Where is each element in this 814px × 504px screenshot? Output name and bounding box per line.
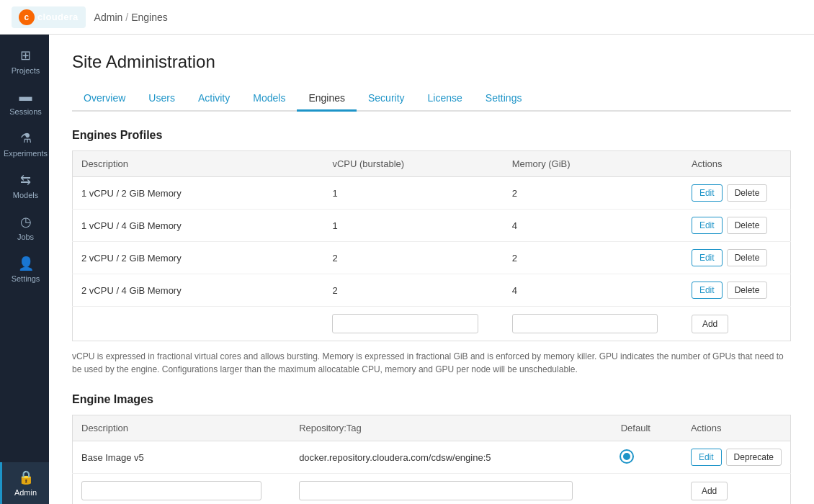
jobs-icon: ◷ (20, 214, 32, 230)
edit-profile-button[interactable]: Edit (692, 217, 723, 234)
engines-profiles-info: vCPU is expressed in fractional virtual … (72, 350, 791, 376)
new-image-add-cell: Add (682, 474, 791, 505)
new-profile-mem-cell (504, 307, 683, 341)
new-memory-input[interactable] (512, 314, 658, 333)
top-nav: c cloudera Admin / Engines (0, 0, 814, 35)
profile-description: 2 vCPU / 2 GiB Memory (73, 242, 324, 274)
image-repo-tag: docker.repository.cloudera.com/cdsw/engi… (290, 441, 612, 474)
add-profile-row: Add (73, 307, 791, 341)
sidebar-item-experiments[interactable]: ⚗ Experiments (0, 123, 49, 165)
cloudera-icon: c (19, 9, 35, 25)
main-content: Site Administration Overview Users Activ… (49, 35, 814, 504)
delete-profile-button[interactable]: Delete (727, 184, 768, 202)
add-profile-button[interactable]: Add (692, 315, 728, 333)
sessions-icon: ▬ (19, 89, 32, 104)
sidebar-item-projects[interactable]: ⊞ Projects (0, 40, 49, 82)
new-image-desc-input[interactable] (81, 481, 261, 500)
profile-vcpu: 1 (323, 210, 503, 242)
tab-overview[interactable]: Overview (72, 86, 137, 112)
deprecate-image-button[interactable]: Deprecate (726, 449, 782, 466)
col-header-actions: Actions (683, 151, 791, 177)
col-header-repo-tag: Repository:Tag (290, 415, 612, 441)
new-profile-desc-cell (73, 307, 324, 341)
app-body: ⊞ Projects ▬ Sessions ⚗ Experiments ⇆ Mo… (0, 35, 814, 504)
add-image-row: Add (73, 474, 791, 505)
breadcrumb-admin[interactable]: Admin (94, 12, 123, 23)
sidebar-label-sessions: Sessions (9, 107, 42, 116)
new-profile-vcpu-cell (323, 307, 503, 341)
admin-icon: 🔒 (18, 469, 34, 485)
sidebar-item-admin[interactable]: 🔒 Admin (0, 462, 49, 504)
delete-profile-button[interactable]: Delete (727, 249, 768, 266)
tabs: Overview Users Activity Models Engines S… (72, 86, 791, 112)
breadcrumb-separator: / (125, 12, 128, 23)
edit-image-button[interactable]: Edit (691, 449, 722, 466)
profile-vcpu: 2 (323, 242, 503, 274)
edit-profile-button[interactable]: Edit (692, 249, 723, 266)
table-row: 1 vCPU / 4 GiB Memory 1 4 Edit Delete (73, 210, 791, 242)
sidebar: ⊞ Projects ▬ Sessions ⚗ Experiments ⇆ Mo… (0, 35, 49, 504)
engines-profiles-title: Engines Profiles (72, 129, 791, 142)
col-header-img-actions: Actions (682, 415, 791, 441)
image-actions: Edit Deprecate (682, 441, 791, 474)
tab-security[interactable]: Security (357, 86, 416, 112)
experiments-icon: ⚗ (20, 130, 32, 146)
sidebar-label-settings: Settings (12, 274, 40, 283)
models-icon: ⇆ (20, 172, 31, 188)
profile-memory: 4 (504, 210, 683, 242)
sidebar-label-admin: Admin (14, 488, 37, 497)
image-default (612, 441, 682, 474)
profile-vcpu: 1 (323, 177, 503, 210)
profile-memory: 4 (504, 274, 683, 307)
engines-profiles-table: Description vCPU (burstable) Memory (GiB… (72, 150, 791, 341)
sidebar-label-experiments: Experiments (4, 149, 48, 158)
default-radio[interactable] (621, 451, 632, 462)
brand-logo: c cloudera (12, 6, 86, 28)
tab-users[interactable]: Users (137, 86, 187, 112)
col-header-default: Default (612, 415, 682, 441)
image-description: Base Image v5 (73, 441, 291, 474)
breadcrumb: Admin / Engines (94, 12, 168, 23)
sidebar-item-sessions[interactable]: ▬ Sessions (0, 82, 49, 123)
profile-description: 1 vCPU / 2 GiB Memory (73, 177, 324, 210)
col-header-description: Description (73, 151, 324, 177)
profile-actions: Edit Delete (683, 177, 791, 210)
table-row: 1 vCPU / 2 GiB Memory 1 2 Edit Delete (73, 177, 791, 210)
new-profile-add-cell: Add (683, 307, 791, 341)
sidebar-label-jobs: Jobs (17, 233, 34, 241)
new-image-repo-input[interactable] (299, 481, 573, 500)
table-row: 2 vCPU / 2 GiB Memory 2 2 Edit Delete (73, 242, 791, 274)
table-row: 2 vCPU / 4 GiB Memory 2 4 Edit Delete (73, 274, 791, 307)
edit-profile-button[interactable]: Edit (692, 184, 723, 202)
sidebar-label-projects: Projects (12, 66, 40, 75)
delete-profile-button[interactable]: Delete (727, 217, 768, 234)
edit-profile-button[interactable]: Edit (692, 282, 723, 299)
tab-license[interactable]: License (416, 86, 474, 112)
table-row: Base Image v5 docker.repository.cloudera… (73, 441, 791, 474)
profile-memory: 2 (504, 242, 683, 274)
engine-images-title: Engine Images (72, 393, 791, 406)
page-title: Site Administration (72, 52, 791, 72)
col-header-vcpu: vCPU (burstable) (323, 151, 503, 177)
tab-engines[interactable]: Engines (297, 86, 357, 112)
col-header-img-description: Description (73, 415, 291, 441)
projects-icon: ⊞ (20, 48, 31, 63)
new-image-repo-cell (290, 474, 612, 505)
profile-description: 1 vCPU / 4 GiB Memory (73, 210, 324, 242)
profile-actions: Edit Delete (683, 210, 791, 242)
new-vcpu-input[interactable] (332, 314, 478, 333)
sidebar-item-models[interactable]: ⇆ Models (0, 165, 49, 207)
engine-images-table: Description Repository:Tag Default Actio… (72, 415, 791, 504)
sidebar-label-models: Models (13, 191, 38, 199)
sidebar-item-jobs[interactable]: ◷ Jobs (0, 207, 49, 248)
profile-description: 2 vCPU / 4 GiB Memory (73, 274, 324, 307)
sidebar-item-settings[interactable]: 👤 Settings (0, 248, 49, 290)
new-image-default-cell (612, 474, 682, 505)
col-header-memory: Memory (GiB) (504, 151, 683, 177)
delete-profile-button[interactable]: Delete (727, 282, 768, 299)
tab-activity[interactable]: Activity (187, 86, 241, 112)
tab-settings[interactable]: Settings (474, 86, 534, 112)
new-image-desc-cell (73, 474, 291, 505)
tab-models[interactable]: Models (241, 86, 297, 112)
add-image-button[interactable]: Add (691, 482, 728, 500)
